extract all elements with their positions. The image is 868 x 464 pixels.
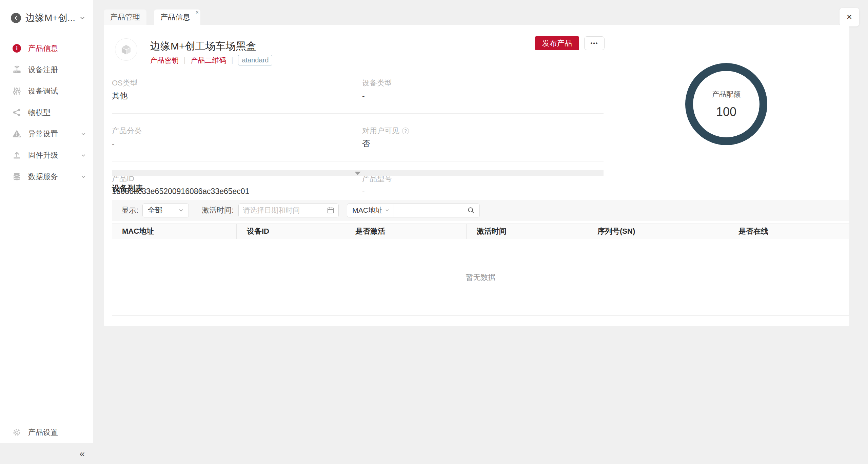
product-links: 产品密钥 | 产品二维码 | atandard [150, 55, 272, 65]
field-device-type: 设备类型 - [362, 79, 604, 114]
sidebar-item-label: 设备调试 [28, 86, 58, 96]
close-panel-button[interactable]: × [840, 8, 859, 26]
field-label: 产品分类 [112, 127, 362, 135]
model-share-icon [12, 108, 21, 117]
triangle-down-icon [355, 172, 361, 175]
activation-time-picker[interactable] [238, 204, 339, 217]
sliders-icon [12, 87, 21, 96]
ellipsis-icon: ••• [591, 40, 598, 46]
search-input[interactable] [394, 204, 462, 217]
sidebar-item-label: 设备注册 [28, 65, 58, 75]
select-value: 全部 [147, 205, 162, 215]
field-os-type: OS类型 其他 [112, 79, 362, 114]
calendar-icon [327, 207, 334, 214]
sidebar-item-product-info[interactable]: i 产品信息 [0, 38, 93, 59]
help-icon[interactable]: ? [402, 128, 409, 134]
product-info-card: 边缘M+创工场车场黑盒 产品密钥 | 产品二维码 | atandard 发布产品… [104, 25, 849, 326]
page: 边缘M+创... i 产品信息 设备注册 设备调试 [0, 0, 868, 464]
field-label: 设备类型 [362, 79, 604, 88]
publish-product-button[interactable]: 发布产品 [535, 36, 579, 50]
device-search-group: MAC地址 [347, 204, 480, 217]
chevron-down-icon [81, 153, 86, 158]
empty-state-text: 暂无数据 [466, 272, 496, 283]
sidebar-item-label: 数据服务 [28, 172, 58, 182]
column-header: 激活时间 [467, 224, 587, 239]
product-qrcode-link[interactable]: 产品二维码 [191, 56, 226, 65]
sidebar-item-data-service[interactable]: 数据服务 [0, 166, 93, 187]
field-value: - [112, 139, 362, 148]
device-list-title: 设备列表 [112, 183, 143, 194]
sidebar-item-product-settings[interactable]: 产品设置 [0, 422, 93, 443]
collapse-sidebar-button[interactable]: « [79, 449, 85, 459]
product-type-badge: atandard [238, 55, 272, 65]
warning-gear-icon [12, 130, 21, 138]
chevron-down-icon [385, 208, 390, 213]
chevron-down-icon [81, 131, 86, 137]
chevron-down-icon [79, 15, 85, 21]
device-table: MAC地址 设备ID 是否激活 激活时间 序列号(SN) 是否在线 暂无数据 [112, 224, 849, 316]
sidebar-item-label: 物模型 [28, 108, 51, 118]
sidebar-item-label: 产品设置 [28, 427, 58, 438]
link-separator: | [184, 56, 185, 64]
field-value: - [362, 91, 604, 100]
main-area: 产品管理 产品信息 × × 边缘M+创工场车场黑盒 产品密钥 | 产品二维码 [93, 0, 868, 464]
device-register-icon [12, 65, 21, 74]
sidebar-nav: i 产品信息 设备注册 设备调试 物模型 [0, 36, 93, 422]
field-user-visible: 对用户可见 ? 否 [362, 114, 604, 161]
field-value: 否 [362, 139, 604, 148]
sidebar-item-firmware-upgrade[interactable]: 固件升级 [0, 144, 93, 166]
column-header: 设备ID [237, 224, 345, 239]
sidebar: 边缘M+创... i 产品信息 设备注册 设备调试 [0, 0, 93, 464]
field-value: 其他 [112, 91, 362, 100]
cube-icon [119, 43, 133, 56]
product-avatar [115, 38, 137, 61]
workspace-switcher[interactable]: 边缘M+创... [0, 0, 93, 36]
link-separator: | [231, 56, 233, 64]
sidebar-item-thing-model[interactable]: 物模型 [0, 102, 93, 123]
product-quota-donut: 产品配额 100 [685, 63, 767, 145]
field-value: - [362, 187, 604, 196]
upload-icon [12, 151, 21, 160]
info-icon: i [12, 44, 21, 53]
field-value: 16086ac33e65200916086ac33e65ec01 [112, 187, 362, 196]
field-label: 对用户可见 [362, 126, 399, 136]
column-header: 序列号(SN) [587, 224, 728, 239]
more-actions-button[interactable]: ••• [584, 36, 605, 50]
back-arrow-icon[interactable] [11, 13, 21, 23]
sidebar-footer: « [0, 443, 93, 464]
chevron-down-icon [178, 208, 184, 213]
field-label: OS类型 [112, 79, 362, 88]
column-header: 是否激活 [345, 224, 467, 239]
chevron-down-icon [81, 174, 86, 179]
workspace-name: 边缘M+创... [25, 12, 75, 24]
field-product-id: 产品ID 16086ac33e65200916086ac33e65ec01 [112, 161, 362, 196]
field-product-category: 产品分类 - [112, 114, 362, 161]
column-header: 是否在线 [728, 224, 849, 239]
field-product-model: 产品型号 - [362, 161, 604, 196]
tab-label: 产品信息 [160, 12, 190, 22]
sidebar-item-device-debug[interactable]: 设备调试 [0, 80, 93, 102]
show-filter-select[interactable]: 全部 [142, 204, 189, 217]
quota-value: 100 [716, 105, 736, 119]
tab-product-info[interactable]: 产品信息 × [154, 9, 200, 25]
activation-time-label: 激活时间: [202, 205, 234, 215]
sidebar-item-label: 产品信息 [28, 43, 58, 54]
date-input[interactable] [243, 206, 327, 214]
product-key-link[interactable]: 产品密钥 [150, 56, 179, 65]
quota-label: 产品配额 [712, 90, 741, 99]
database-icon [12, 172, 21, 181]
search-category-select[interactable]: MAC地址 [347, 204, 394, 217]
sidebar-item-exception-settings[interactable]: 异常设置 [0, 123, 93, 144]
tab-product-management[interactable]: 产品管理 [104, 9, 146, 25]
product-fields: OS类型 其他 设备类型 - 产品分类 - 对用户可见 ? 否 [112, 79, 604, 196]
search-icon[interactable] [462, 204, 479, 217]
device-table-body: 暂无数据 [112, 239, 849, 316]
gear-icon [12, 428, 21, 437]
collapse-info-expander[interactable] [112, 170, 604, 176]
device-table-header: MAC地址 设备ID 是否激活 激活时间 序列号(SN) 是否在线 [112, 224, 849, 239]
sidebar-item-label: 固件升级 [28, 150, 58, 160]
tabbar: 产品管理 产品信息 × [104, 9, 200, 25]
tab-close-icon[interactable]: × [196, 10, 199, 15]
sidebar-item-device-register[interactable]: 设备注册 [0, 59, 93, 80]
search-category-value: MAC地址 [352, 206, 382, 215]
